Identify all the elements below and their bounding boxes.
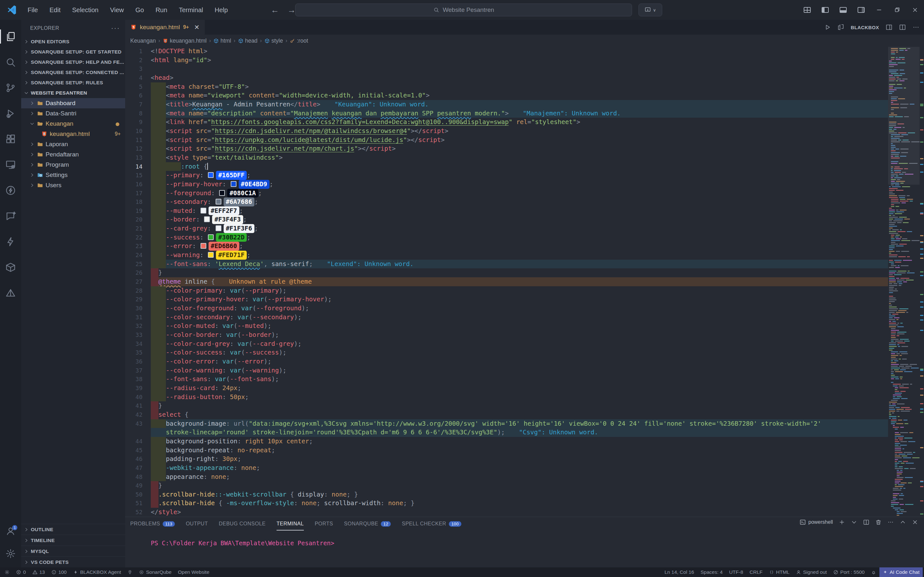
menu-run[interactable]: Run — [151, 5, 172, 16]
activity-thunder-client-icon[interactable] — [0, 177, 21, 203]
code-line-27[interactable]: 27@theme inline {Unknown at rule @theme — [125, 277, 888, 286]
color-swatch[interactable] — [231, 181, 236, 187]
tree-item-settings[interactable]: Settings — [21, 170, 125, 180]
code-line-43[interactable]: 43background-image: url("data:image/svg+… — [125, 419, 888, 428]
menu-selection[interactable]: Selection — [68, 5, 103, 16]
code-line-28[interactable]: 28--color-primary: var(--primary); — [125, 286, 888, 295]
explorer-section-sonarqube-setup-help-and-fe-[interactable]: SONARQUBE SETUP: HELP AND FE... — [21, 57, 125, 67]
menu-terminal[interactable]: Terminal — [174, 5, 208, 16]
close-window-button[interactable] — [906, 0, 924, 20]
editor-more-actions-button[interactable] — [913, 24, 919, 31]
code-line-26[interactable]: 26} — [125, 268, 888, 277]
menu-help[interactable]: Help — [210, 5, 232, 16]
restore-button[interactable] — [888, 0, 906, 20]
close-panel-button[interactable] — [912, 519, 918, 525]
activity-accounts-icon[interactable]: 1 — [0, 520, 21, 542]
tree-item-dashboard[interactable]: Dashboard — [21, 98, 125, 108]
activity-sonarqube-icon[interactable] — [0, 280, 21, 306]
kill-terminal-button[interactable] — [875, 519, 882, 525]
activity-run-debug-icon[interactable] — [0, 101, 21, 126]
code-line-31[interactable]: 31--color-secondary: var(--secondary); — [125, 313, 888, 322]
code-line-12[interactable]: 12<script src="https://cdn.jsdelivr.net/… — [125, 144, 888, 153]
compare-changes-button[interactable] — [837, 24, 845, 31]
activity-explorer-icon[interactable] — [0, 24, 21, 49]
color-swatch[interactable] — [204, 216, 210, 222]
activity-settings-gear-icon[interactable] — [0, 542, 21, 565]
code-line-52[interactable]: 52</style> — [125, 508, 888, 517]
code-line-33[interactable]: 33--color-border: var(--border); — [125, 330, 888, 340]
code-line-15[interactable]: 15--primary: #165DFF; — [125, 171, 888, 180]
tree-item-keuangan[interactable]: Keuangan● — [21, 119, 125, 129]
back-arrow-icon[interactable]: ← — [271, 5, 279, 15]
shell-dropdown-button[interactable] — [851, 519, 857, 525]
code-line-14[interactable]: 14:root { — [125, 162, 888, 171]
breadcrumb-item-html[interactable]: html — [213, 37, 231, 44]
status-remote-indicator[interactable] — [1, 567, 13, 577]
code-line-34[interactable]: 34--color-card-grey: var(--card-grey); — [125, 340, 888, 348]
tab-keuangan-html[interactable]: 5 keuangan.html 9+ ✕ — [125, 20, 205, 35]
status-language-mode[interactable]: {}HTML — [766, 567, 793, 577]
forward-arrow-icon[interactable]: → — [288, 5, 296, 15]
activity-search-icon[interactable] — [0, 49, 21, 75]
explorer-section-open-editors[interactable]: OPEN EDITORS — [21, 37, 125, 47]
status-account-status[interactable]: Signed out — [793, 567, 830, 577]
status-blackbox-agent[interactable]: BLACKBOX Agent — [70, 567, 124, 577]
code-line-wrap[interactable]: stroke-linecap='round' stroke-linejoin='… — [125, 428, 888, 437]
code-line-36[interactable]: 36--color-error: var(--error); — [125, 357, 888, 366]
code-line-8[interactable]: 8<meta name="description" content="Manaj… — [125, 109, 888, 118]
color-swatch[interactable] — [216, 199, 221, 205]
panel-tab-problems[interactable]: PROBLEMS113 — [130, 517, 175, 530]
color-swatch[interactable] — [216, 226, 221, 231]
code-line-17[interactable]: 17--foreground: #080C1A; — [125, 189, 888, 198]
code-line-35[interactable]: 35--color-success: var(--success); — [125, 348, 888, 357]
breadcrumb-item-style[interactable]: style — [264, 37, 283, 44]
activity-remote-explorer-icon[interactable] — [0, 152, 21, 177]
blackbox-button[interactable]: BLACKBOX — [851, 25, 879, 30]
code-line-46[interactable]: 46padding-right: 30px; — [125, 455, 888, 464]
toggle-secondary-sidebar-button[interactable] — [852, 0, 870, 20]
explorer-section-mysql[interactable]: MYSQL — [21, 546, 125, 556]
screencast-toggle-button[interactable]: ∨ — [638, 3, 662, 16]
status-encoding[interactable]: UTF-8 — [726, 567, 746, 577]
explorer-section-sonarqube-setup-get-started[interactable]: SONARQUBE SETUP: GET STARTED — [21, 47, 125, 57]
panel-tab-debug-console[interactable]: DEBUG CONSOLE — [219, 517, 266, 530]
code-line-13[interactable]: 13<style type="text/tailwindcss"> — [125, 153, 888, 162]
toggle-primary-sidebar-button[interactable] — [816, 0, 834, 20]
code-line-22[interactable]: 22--success: #30B22D; — [125, 233, 888, 242]
status-ai-code-chat[interactable]: AI Code Chat — [879, 567, 923, 577]
panel-tab-terminal[interactable]: TERMINAL — [276, 517, 304, 530]
color-swatch[interactable] — [208, 252, 214, 258]
code-line-40[interactable]: 40--radius-button: 50px; — [125, 393, 888, 402]
code-line-32[interactable]: 32--color-muted: var(--muted); — [125, 322, 888, 330]
tree-item-data-santri[interactable]: Data-Santri — [21, 108, 125, 119]
code-line-10[interactable]: 10<script src="https://cdn.jsdelivr.net/… — [125, 127, 888, 135]
terminal-shell-select[interactable]: powershell — [800, 519, 833, 525]
code-line-41[interactable]: 41} — [125, 401, 888, 410]
new-terminal-button[interactable] — [838, 519, 845, 525]
explorer-more-actions[interactable]: ··· — [111, 24, 120, 32]
panel-more-actions-button[interactable] — [887, 519, 894, 525]
code-line-3[interactable]: 3 — [125, 64, 888, 73]
activity-extensions-icon[interactable] — [0, 126, 21, 152]
explorer-section-sonarqube-setup-connected-[interactable]: SONARQUBE SETUP: CONNECTED ... — [21, 67, 125, 77]
status-eol-sequence[interactable]: CRLF — [746, 567, 766, 577]
activity-lightning-icon[interactable] — [0, 229, 21, 255]
minimize-button[interactable] — [870, 0, 888, 20]
code-line-19[interactable]: 19--muted: #EFF2F7; — [125, 206, 888, 215]
tree-item-keuangan-html[interactable]: 5keuangan.html9+ — [21, 129, 125, 139]
panel-tab-sonarqube[interactable]: SONARQUBE12 — [344, 517, 391, 530]
color-swatch[interactable] — [208, 172, 214, 178]
terminal[interactable]: PS C:\Folder Kerja BWA\Template\Website … — [125, 530, 924, 546]
code-line-48[interactable]: 48appearance: none; — [125, 472, 888, 482]
panel-tab-ports[interactable]: PORTS — [315, 517, 333, 530]
explorer-section-sonarqube-setup-rules[interactable]: SONARQUBE SETUP: RULES — [21, 77, 125, 88]
code-line-9[interactable]: 9<link href="https://fonts.googleapis.co… — [125, 118, 888, 127]
menu-edit[interactable]: Edit — [45, 5, 65, 16]
workspace-root[interactable]: WEBSITE PESANTREN — [21, 88, 125, 98]
panel-tab-spell-checker[interactable]: SPELL CHECKER100 — [402, 517, 461, 530]
code-line-51[interactable]: 51.scrollbar-hide { -ms-overflow-style: … — [125, 499, 888, 508]
menu-file[interactable]: File — [23, 5, 42, 16]
maximize-panel-button[interactable] — [900, 519, 906, 525]
toggle-panel-button[interactable] — [834, 0, 852, 20]
explorer-section-timeline[interactable]: TIMELINE — [21, 535, 125, 546]
